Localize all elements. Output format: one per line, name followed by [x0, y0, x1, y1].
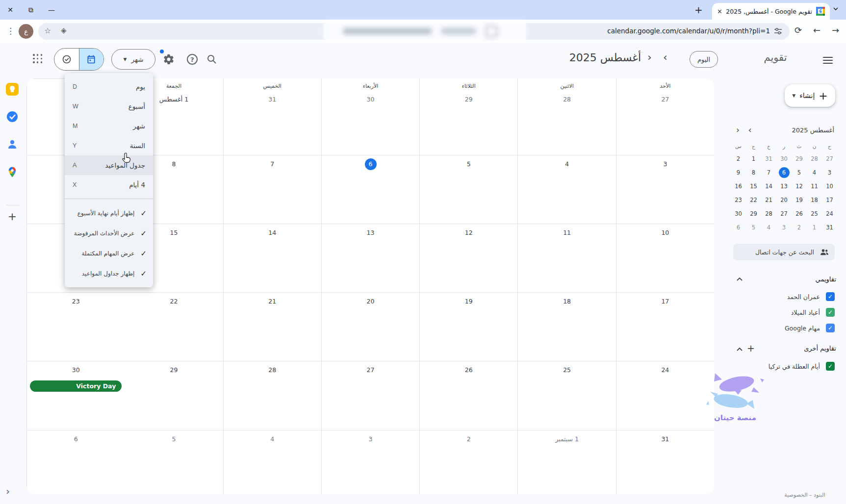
back-icon[interactable]: ← [813, 25, 820, 35]
date-number[interactable]: 30 [365, 94, 377, 105]
view-selector-dropdown[interactable]: شهر ▼ [111, 49, 155, 70]
day-cell[interactable]: 7 [223, 155, 321, 224]
collapse-panel-chevron-icon[interactable]: ‹ [6, 485, 10, 497]
calendar-checkbox[interactable]: ✓ [826, 362, 835, 371]
day-cell[interactable]: 18 [517, 292, 615, 361]
date-number[interactable]: 28 [266, 364, 278, 376]
mini-day[interactable]: 1 [748, 153, 759, 164]
view-menu-item[interactable]: أسبوع W [65, 97, 153, 116]
date-number[interactable]: 21 [266, 296, 278, 307]
browser-menu-icon[interactable]: ⋮ [6, 26, 15, 36]
calendar-checkbox[interactable]: ✓ [826, 292, 835, 301]
day-cell[interactable]: الأحد 27 [616, 78, 714, 155]
mini-day[interactable]: 28 [764, 208, 774, 219]
add-addon-icon[interactable]: + [5, 209, 19, 223]
day-cell[interactable]: 30 Victory Day [26, 361, 125, 430]
mini-day[interactable]: 23 [733, 195, 744, 205]
mini-day[interactable]: 11 [809, 181, 820, 192]
mini-day[interactable]: 6 [733, 222, 744, 233]
mini-day[interactable]: 19 [794, 195, 805, 205]
google-apps-grid-icon[interactable] [32, 54, 42, 64]
view-menu-item[interactable]: شهر M [65, 116, 153, 136]
mini-day[interactable]: 17 [824, 195, 835, 205]
day-cell[interactable]: 12 [419, 224, 517, 292]
prev-period-chevron-icon[interactable]: ‹ [647, 51, 652, 63]
reload-icon[interactable]: ⟳ [795, 25, 802, 35]
today-button[interactable]: اليوم [690, 51, 718, 68]
date-number[interactable]: 1 أغسطس [157, 94, 190, 105]
mini-day[interactable]: 27 [779, 208, 790, 219]
calendar-mode-button[interactable] [79, 49, 104, 70]
mini-day[interactable]: 9 [733, 167, 744, 178]
date-number[interactable]: 27 [365, 364, 377, 376]
date-number[interactable]: 22 [168, 296, 179, 307]
mini-prev-chevron-icon[interactable]: ‹ [732, 125, 744, 135]
date-number[interactable]: 31 [266, 94, 278, 105]
date-number[interactable]: 24 [659, 364, 671, 376]
date-number[interactable]: 27 [659, 94, 671, 105]
calendar-list-item[interactable]: ✓ عمران الحمد [733, 289, 835, 304]
day-cell[interactable]: 22 [125, 292, 223, 361]
mini-day[interactable]: 24 [824, 208, 835, 219]
date-number[interactable]: 18 [561, 296, 573, 307]
next-period-chevron-icon[interactable]: › [663, 51, 667, 63]
date-number[interactable]: 29 [168, 364, 179, 376]
date-number[interactable]: 20 [365, 296, 377, 307]
date-number[interactable]: 5 [168, 433, 179, 445]
day-cell[interactable]: الاثنين 28 [517, 78, 615, 155]
day-cell[interactable]: 25 [517, 361, 615, 430]
date-number[interactable]: 2 [463, 433, 475, 445]
day-cell[interactable]: 11 [517, 224, 615, 292]
mini-day[interactable]: 31 [764, 153, 774, 164]
contacts-icon[interactable] [5, 137, 19, 151]
mini-day[interactable]: 13 [779, 181, 790, 192]
mini-day[interactable]: 3 [824, 167, 835, 178]
my-calendars-header[interactable]: تقاويمي [733, 273, 836, 285]
mini-day[interactable]: 6 [779, 167, 790, 178]
forward-icon[interactable]: → [832, 25, 839, 35]
date-number[interactable]: 6 [70, 433, 82, 445]
day-cell[interactable]: 29 [125, 361, 223, 430]
day-cell[interactable]: 23 [26, 292, 125, 361]
url-text[interactable]: calendar.google.com/calendar/u/0/r/month… [574, 27, 770, 35]
day-cell[interactable]: 20 [321, 292, 419, 361]
mini-day[interactable]: 30 [733, 208, 744, 219]
mini-day[interactable]: 26 [794, 208, 805, 219]
day-cell[interactable]: 6 [26, 430, 125, 494]
day-cell[interactable]: 3 [616, 155, 714, 224]
mini-day[interactable]: 10 [824, 181, 835, 192]
mini-day[interactable]: 14 [764, 181, 774, 192]
browser-tab[interactable]: 6 تقويم Google - أغسطس, 2025 ✕ [712, 3, 830, 20]
view-menu-item[interactable]: السنة Y [65, 136, 153, 155]
date-number[interactable]: 30 [70, 364, 82, 376]
day-cell[interactable]: الأربعاء 30 [321, 78, 419, 155]
tasks-mode-button[interactable] [54, 49, 79, 70]
day-cell[interactable]: 10 [616, 224, 714, 292]
date-number[interactable]: 4 [561, 158, 573, 170]
help-icon[interactable]: ? [187, 54, 198, 65]
day-cell[interactable]: 5 [125, 430, 223, 494]
mini-day[interactable]: 31 [824, 222, 835, 233]
date-number[interactable]: 6 [365, 158, 377, 170]
bookmark-star-icon[interactable]: ☆ [44, 26, 51, 35]
mini-day[interactable]: 22 [748, 195, 759, 205]
day-cell[interactable]: 31 [616, 430, 714, 494]
maps-icon[interactable] [5, 165, 19, 179]
day-cell[interactable]: 4 [223, 430, 321, 494]
new-tab-button[interactable]: + [694, 4, 703, 16]
day-cell[interactable]: 27 [321, 361, 419, 430]
date-number[interactable]: 3 [659, 158, 671, 170]
mini-day[interactable]: 12 [794, 181, 805, 192]
chevron-up-icon[interactable] [736, 347, 743, 352]
calendar-checkbox[interactable]: ✓ [826, 308, 835, 317]
mini-day[interactable]: 29 [794, 153, 805, 164]
day-cell[interactable]: 2 [419, 430, 517, 494]
day-cell[interactable]: الثلاثاء 29 [419, 78, 517, 155]
create-button[interactable]: + إنشاء ▼ [785, 84, 835, 107]
day-cell[interactable]: 19 [419, 292, 517, 361]
calendar-checkbox[interactable]: ✓ [826, 324, 835, 332]
add-calendar-icon[interactable]: + [743, 343, 759, 353]
day-cell[interactable]: 24 [616, 361, 714, 430]
date-number[interactable]: 25 [561, 364, 573, 376]
menu-toggle-item[interactable]: ✓ عرض المهام المكتملة [65, 243, 153, 263]
